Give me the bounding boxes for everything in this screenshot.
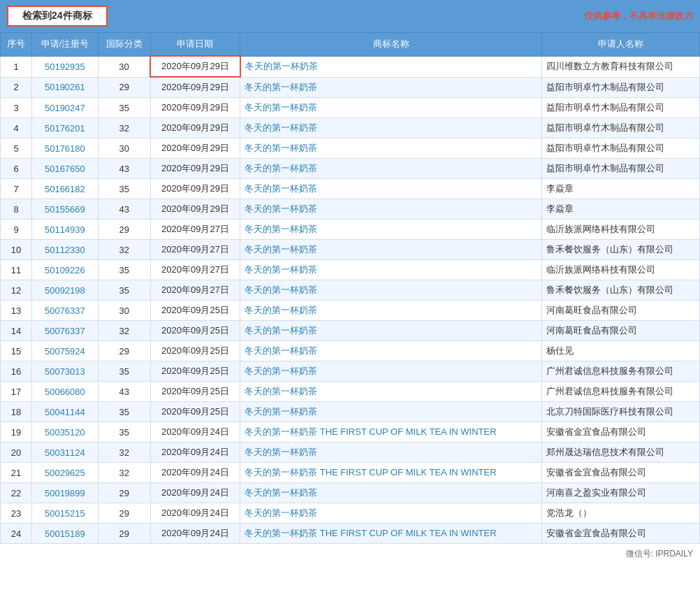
tm-name-link[interactable]: 冬天的第一杯奶茶 [245, 244, 317, 254]
cell-tm-name[interactable]: 冬天的第一杯奶茶 [240, 260, 542, 280]
cell-tm-name[interactable]: 冬天的第一杯奶茶 [240, 503, 542, 524]
reg-no-link[interactable]: 50190247 [45, 103, 85, 113]
cell-tm-name[interactable]: 冬天的第一杯奶茶 [240, 483, 542, 503]
cell-tm-name[interactable]: 冬天的第一杯奶茶 [240, 442, 542, 463]
cell-reg-no[interactable]: 50192935 [32, 56, 98, 77]
cell-tm-name[interactable]: 冬天的第一杯奶茶 [240, 280, 542, 301]
tm-name-link[interactable]: 冬天的第一杯奶茶 THE FIRST CUP OF MILK TEA IN WI… [245, 467, 496, 477]
reg-no-link[interactable]: 50112330 [45, 245, 85, 255]
tm-name-link[interactable]: 冬天的第一杯奶茶 [245, 183, 317, 194]
cell-reg-no[interactable]: 50015189 [32, 524, 98, 544]
reg-no-link[interactable]: 50190261 [45, 82, 85, 92]
cell-reg-no[interactable]: 50112330 [32, 240, 98, 260]
cell-tm-name[interactable]: 冬天的第一杯奶茶 [240, 321, 542, 341]
reg-no-link[interactable]: 50031124 [45, 447, 85, 458]
tm-name-link[interactable]: 冬天的第一杯奶茶 [245, 285, 317, 295]
cell-tm-name[interactable]: 冬天的第一杯奶茶 [240, 77, 542, 98]
cell-reg-no[interactable]: 50035120 [32, 422, 98, 442]
cell-reg-no[interactable]: 50076337 [32, 301, 98, 321]
cell-tm-name[interactable]: 冬天的第一杯奶茶 [240, 118, 542, 138]
cell-tm-name[interactable]: 冬天的第一杯奶茶 [240, 341, 542, 361]
tm-name-link[interactable]: 冬天的第一杯奶茶 [245, 305, 317, 315]
cell-tm-name[interactable]: 冬天的第一杯奶茶 [240, 240, 542, 260]
cell-tm-name[interactable]: 冬天的第一杯奶茶 [240, 98, 542, 118]
cell-tm-name[interactable]: 冬天的第一杯奶茶 [240, 361, 542, 382]
cell-reg-no[interactable]: 50015215 [32, 503, 98, 524]
cell-tm-name[interactable]: 冬天的第一杯奶茶 [240, 382, 542, 402]
reg-no-link[interactable]: 50176180 [45, 143, 85, 154]
reg-no-link[interactable]: 50176201 [45, 123, 85, 134]
cell-int-class: 35 [98, 402, 150, 422]
reg-no-link[interactable]: 50041144 [45, 407, 85, 417]
reg-no-link[interactable]: 50019899 [45, 488, 85, 498]
cell-applicant: 河南喜之盈实业有限公司 [542, 483, 700, 503]
reg-no-link[interactable]: 50155669 [45, 204, 85, 215]
cell-reg-no[interactable]: 50066080 [32, 382, 98, 402]
reg-no-link[interactable]: 50075924 [45, 346, 85, 357]
reg-no-link[interactable]: 50035120 [45, 427, 85, 438]
tm-name-link[interactable]: 冬天的第一杯奶茶 THE FIRST CUP OF MILK TEA IN WI… [245, 528, 496, 538]
reg-no-link[interactable]: 50015215 [45, 508, 85, 519]
tm-name-link[interactable]: 冬天的第一杯奶茶 [245, 61, 318, 71]
tm-name-link[interactable]: 冬天的第一杯奶茶 [245, 325, 317, 336]
tm-name-link[interactable]: 冬天的第一杯奶茶 [245, 406, 317, 417]
tm-name-link[interactable]: 冬天的第一杯奶茶 [245, 143, 317, 153]
tm-name-link[interactable]: 冬天的第一杯奶茶 [245, 203, 317, 214]
cell-tm-name[interactable]: 冬天的第一杯奶茶 [240, 301, 542, 321]
cell-reg-no[interactable]: 50190261 [32, 77, 98, 98]
reg-no-link[interactable]: 50092198 [45, 285, 85, 296]
reg-no-link[interactable]: 50015189 [45, 528, 85, 539]
cell-reg-no[interactable]: 50190247 [32, 98, 98, 118]
cell-reg-no[interactable]: 50109226 [32, 260, 98, 280]
reg-no-link[interactable]: 50076337 [45, 305, 85, 316]
cell-reg-no[interactable]: 50155669 [32, 199, 98, 220]
cell-tm-name[interactable]: 冬天的第一杯奶茶 [240, 220, 542, 240]
cell-reg-no[interactable]: 50073013 [32, 361, 98, 382]
cell-reg-no[interactable]: 50114939 [32, 220, 98, 240]
cell-reg-no[interactable]: 50075924 [32, 341, 98, 361]
cell-reg-no[interactable]: 50019899 [32, 483, 98, 503]
cell-tm-name[interactable]: 冬天的第一杯奶茶 [240, 159, 542, 179]
tm-name-link[interactable]: 冬天的第一杯奶茶 [245, 122, 317, 133]
cell-tm-name[interactable]: 冬天的第一杯奶茶 THE FIRST CUP OF MILK TEA IN WI… [240, 422, 542, 442]
reg-no-link[interactable]: 50066080 [45, 387, 85, 397]
reg-no-link[interactable]: 50076337 [45, 326, 85, 336]
reg-no-link[interactable]: 50029625 [45, 468, 85, 478]
reg-no-link[interactable]: 50109226 [45, 265, 85, 275]
cell-reg-no[interactable]: 50176201 [32, 118, 98, 138]
cell-reg-no[interactable]: 50029625 [32, 463, 98, 483]
reg-no-link[interactable]: 50114939 [45, 224, 85, 235]
tm-name-link[interactable]: 冬天的第一杯奶茶 [245, 224, 317, 234]
cell-tm-name[interactable]: 冬天的第一杯奶茶 [240, 138, 542, 159]
cell-id: 5 [1, 138, 32, 159]
cell-reg-no[interactable]: 50031124 [32, 442, 98, 463]
reg-no-link[interactable]: 50167650 [45, 164, 85, 174]
cell-tm-name[interactable]: 冬天的第一杯奶茶 THE FIRST CUP OF MILK TEA IN WI… [240, 463, 542, 483]
cell-tm-name[interactable]: 冬天的第一杯奶茶 [240, 402, 542, 422]
cell-reg-no[interactable]: 50076337 [32, 321, 98, 341]
cell-tm-name[interactable]: 冬天的第一杯奶茶 [240, 56, 542, 77]
cell-reg-no[interactable]: 50166182 [32, 179, 98, 199]
tm-name-link[interactable]: 冬天的第一杯奶茶 [245, 487, 317, 498]
tm-name-link[interactable]: 冬天的第一杯奶茶 [245, 163, 317, 173]
tm-name-link[interactable]: 冬天的第一杯奶茶 [245, 345, 317, 356]
tm-name-link[interactable]: 冬天的第一杯奶茶 [245, 508, 317, 518]
cell-tm-name[interactable]: 冬天的第一杯奶茶 [240, 179, 542, 199]
tm-name-link[interactable]: 冬天的第一杯奶茶 [245, 102, 317, 113]
tm-name-link[interactable]: 冬天的第一杯奶茶 [245, 366, 317, 376]
tm-name-link[interactable]: 冬天的第一杯奶茶 [245, 386, 317, 396]
cell-tm-name[interactable]: 冬天的第一杯奶茶 THE FIRST CUP OF MILK TEA IN WI… [240, 524, 542, 544]
reg-no-link[interactable]: 50073013 [45, 366, 85, 377]
cell-reg-no[interactable]: 50092198 [32, 280, 98, 301]
tm-name-link[interactable]: 冬天的第一杯奶茶 [245, 264, 317, 275]
cell-app-date: 2020年09月24日 [150, 483, 240, 503]
tm-name-link[interactable]: 冬天的第一杯奶茶 THE FIRST CUP OF MILK TEA IN WI… [245, 426, 496, 437]
reg-no-link[interactable]: 50166182 [45, 184, 85, 194]
tm-name-link[interactable]: 冬天的第一杯奶茶 [245, 82, 317, 92]
cell-reg-no[interactable]: 50176180 [32, 138, 98, 159]
reg-no-link[interactable]: 50192935 [45, 62, 85, 72]
cell-reg-no[interactable]: 50041144 [32, 402, 98, 422]
tm-name-link[interactable]: 冬天的第一杯奶茶 [245, 447, 317, 457]
cell-reg-no[interactable]: 50167650 [32, 159, 98, 179]
cell-tm-name[interactable]: 冬天的第一杯奶茶 [240, 199, 542, 220]
